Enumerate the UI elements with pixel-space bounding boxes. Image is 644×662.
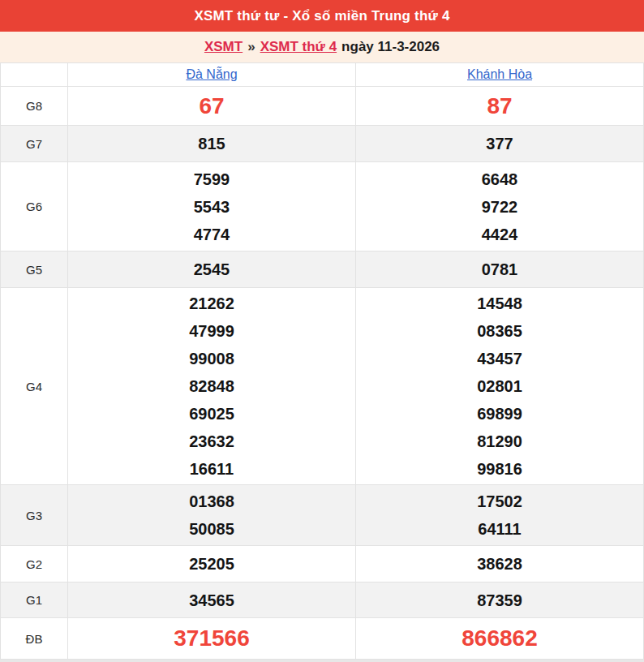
prize-number: 69899 (356, 400, 643, 428)
page-title: XSMT thứ tư - Xổ số miền Trung thứ 4 (194, 8, 449, 24)
prize-number: 23632 (68, 428, 355, 455)
prize-number: 01368 (68, 488, 355, 515)
prize-label-g5: G5 (1, 251, 68, 288)
prize-number: 866862 (356, 622, 643, 655)
prize-number: 08365 (356, 317, 643, 345)
prize-label-db: ĐB (1, 618, 68, 660)
prize-number: 82848 (68, 372, 355, 400)
prize-number: 34565 (68, 587, 355, 614)
prize-label-g2: G2 (1, 546, 68, 582)
prize-number: 6648 (356, 166, 643, 193)
prize-number: 371566 (68, 622, 355, 655)
breadcrumb-link-xsmt-thu4[interactable]: XSMT thứ 4 (260, 39, 337, 55)
prize-number: 25205 (68, 550, 355, 578)
prize-number: 14548 (356, 290, 643, 317)
prize-number: 38628 (356, 550, 643, 578)
prize-number: 50085 (68, 515, 355, 543)
column-header-da-nang: Đà Nẵng (68, 63, 356, 87)
prize-number: 02801 (356, 372, 643, 400)
table-row-g3: G3 01368 50085 17502 64111 (1, 485, 644, 546)
lottery-results-page: XSMT thứ tư - Xổ số miền Trung thứ 4 XSM… (0, 0, 644, 662)
table-row-g1: G1 34565 87359 (1, 582, 644, 618)
breadcrumb-link-xsmt[interactable]: XSMT (204, 39, 243, 55)
prize-number: 2545 (68, 256, 355, 283)
results-table: Đà Nẵng Khánh Hòa G8 67 87 G7 815 377 G6… (0, 62, 644, 660)
prize-number: 0781 (356, 256, 643, 283)
prize-number: 4774 (68, 221, 355, 248)
table-row-g7: G7 815 377 (1, 126, 644, 162)
title-bar: XSMT thứ tư - Xổ số miền Trung thứ 4 (0, 0, 644, 32)
prize-number: 99008 (68, 345, 355, 372)
table-row-db: ĐB 371566 866862 (1, 618, 644, 660)
table-row-g5: G5 2545 0781 (1, 251, 644, 288)
prize-number: 7599 (68, 166, 355, 193)
table-header-row: Đà Nẵng Khánh Hòa (1, 63, 644, 87)
prize-number: 47999 (68, 317, 355, 345)
header-empty-cell (1, 63, 68, 87)
prize-label-g7: G7 (1, 126, 68, 162)
table-row-g6: G6 7599 5543 4774 6648 9722 4424 (1, 162, 644, 251)
prize-number: 87359 (356, 587, 643, 614)
breadcrumb-separator: » (247, 39, 255, 55)
prize-number: 21262 (68, 290, 355, 317)
prize-number: 99816 (356, 455, 643, 483)
prize-number: 16611 (68, 455, 355, 483)
prize-number: 64111 (356, 515, 643, 543)
prize-number: 815 (68, 130, 355, 157)
breadcrumb-date: ngày 11-3-2026 (341, 39, 440, 55)
province-link-khanh-hoa[interactable]: Khánh Hòa (467, 67, 532, 81)
prize-number: 67 (68, 90, 355, 123)
prize-number: 81290 (356, 428, 643, 455)
breadcrumb: XSMT » XSMT thứ 4 ngày 11-3-2026 (0, 32, 644, 62)
prize-number: 9722 (356, 193, 643, 221)
table-row-g4: G4 21262 47999 99008 82848 69025 23632 1… (1, 288, 644, 485)
table-row-g2: G2 25205 38628 (1, 546, 644, 582)
prize-number: 43457 (356, 345, 643, 372)
column-header-khanh-hoa: Khánh Hòa (356, 63, 644, 87)
prize-number: 377 (356, 130, 643, 157)
province-link-da-nang[interactable]: Đà Nẵng (186, 67, 237, 81)
prize-number: 87 (356, 90, 643, 123)
prize-number: 4424 (356, 221, 643, 248)
prize-label-g3: G3 (1, 485, 68, 546)
prize-label-g1: G1 (1, 582, 68, 618)
prize-number: 69025 (68, 400, 355, 428)
prize-label-g8: G8 (1, 87, 68, 126)
prize-number: 17502 (356, 488, 643, 515)
prize-label-g6: G6 (1, 162, 68, 251)
prize-label-g4: G4 (1, 288, 68, 485)
table-row-g8: G8 67 87 (1, 87, 644, 126)
prize-number: 5543 (68, 193, 355, 221)
